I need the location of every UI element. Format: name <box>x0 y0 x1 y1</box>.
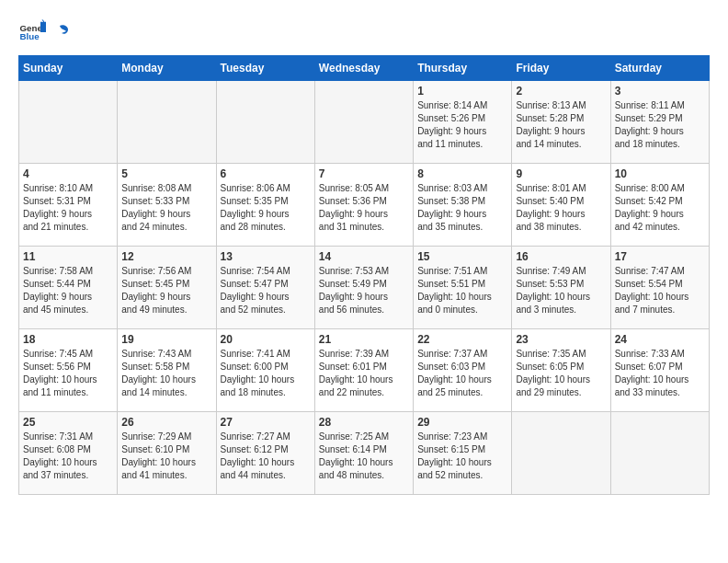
calendar-cell: 1Sunrise: 8:14 AM Sunset: 5:26 PM Daylig… <box>414 81 512 164</box>
weekday-header: Monday <box>118 56 216 81</box>
calendar-cell: 20Sunrise: 7:41 AM Sunset: 6:00 PM Dayli… <box>216 329 314 412</box>
calendar-cell: 16Sunrise: 7:49 AM Sunset: 5:53 PM Dayli… <box>512 247 610 329</box>
day-number: 13 <box>221 250 311 263</box>
day-number: 2 <box>516 85 606 98</box>
day-number: 21 <box>319 333 409 346</box>
calendar-cell: 28Sunrise: 7:25 AM Sunset: 6:14 PM Dayli… <box>314 412 413 495</box>
weekday-header: Saturday <box>610 56 709 81</box>
day-number: 29 <box>417 416 507 429</box>
calendar-cell: 25Sunrise: 7:31 AM Sunset: 6:08 PM Dayli… <box>19 412 118 495</box>
calendar-cell: 11Sunrise: 7:58 AM Sunset: 5:44 PM Dayli… <box>19 247 118 329</box>
calendar-cell: 15Sunrise: 7:51 AM Sunset: 5:51 PM Dayli… <box>414 247 512 329</box>
calendar-cell: 2Sunrise: 8:13 AM Sunset: 5:28 PM Daylig… <box>512 81 610 164</box>
day-number: 8 <box>417 167 507 180</box>
day-info: Sunrise: 7:29 AM Sunset: 6:10 PM Dayligh… <box>121 431 211 482</box>
day-info: Sunrise: 7:56 AM Sunset: 5:45 PM Dayligh… <box>121 265 211 316</box>
calendar-cell: 6Sunrise: 8:06 AM Sunset: 5:35 PM Daylig… <box>216 164 314 247</box>
day-number: 4 <box>23 167 113 180</box>
day-info: Sunrise: 7:45 AM Sunset: 5:56 PM Dayligh… <box>23 348 113 399</box>
day-number: 23 <box>516 333 606 346</box>
page-header: General Blue <box>18 18 710 46</box>
calendar-week-row: 25Sunrise: 7:31 AM Sunset: 6:08 PM Dayli… <box>19 412 710 495</box>
calendar-cell <box>19 81 118 164</box>
day-info: Sunrise: 8:13 AM Sunset: 5:28 PM Dayligh… <box>516 99 606 151</box>
day-info: Sunrise: 7:54 AM Sunset: 5:47 PM Dayligh… <box>221 265 311 316</box>
day-number: 17 <box>615 250 705 263</box>
day-info: Sunrise: 8:00 AM Sunset: 5:42 PM Dayligh… <box>615 182 705 234</box>
day-number: 16 <box>516 250 606 263</box>
day-info: Sunrise: 7:35 AM Sunset: 6:05 PM Dayligh… <box>516 348 606 399</box>
logo-bird-icon <box>50 22 70 42</box>
day-number: 27 <box>221 416 311 429</box>
calendar-cell: 24Sunrise: 7:33 AM Sunset: 6:07 PM Dayli… <box>610 329 709 412</box>
calendar-cell: 19Sunrise: 7:43 AM Sunset: 5:58 PM Dayli… <box>118 329 216 412</box>
day-number: 24 <box>615 333 705 346</box>
calendar-cell <box>216 81 314 164</box>
day-info: Sunrise: 7:27 AM Sunset: 6:12 PM Dayligh… <box>221 431 311 482</box>
calendar-cell: 26Sunrise: 7:29 AM Sunset: 6:10 PM Dayli… <box>118 412 216 495</box>
calendar-cell: 27Sunrise: 7:27 AM Sunset: 6:12 PM Dayli… <box>216 412 314 495</box>
weekday-header: Thursday <box>414 56 512 81</box>
day-number: 12 <box>121 250 211 263</box>
day-info: Sunrise: 7:37 AM Sunset: 6:03 PM Dayligh… <box>417 348 507 399</box>
calendar-cell <box>118 81 216 164</box>
calendar-cell: 7Sunrise: 8:05 AM Sunset: 5:36 PM Daylig… <box>314 164 413 247</box>
day-number: 6 <box>221 167 311 180</box>
day-number: 10 <box>615 167 705 180</box>
day-info: Sunrise: 8:05 AM Sunset: 5:36 PM Dayligh… <box>319 182 409 234</box>
calendar-week-row: 11Sunrise: 7:58 AM Sunset: 5:44 PM Dayli… <box>19 247 710 329</box>
day-info: Sunrise: 8:11 AM Sunset: 5:29 PM Dayligh… <box>615 99 705 151</box>
calendar-cell: 29Sunrise: 7:23 AM Sunset: 6:15 PM Dayli… <box>414 412 512 495</box>
calendar-cell: 8Sunrise: 8:03 AM Sunset: 5:38 PM Daylig… <box>414 164 512 247</box>
day-number: 11 <box>23 250 113 263</box>
calendar-cell <box>314 81 413 164</box>
calendar-cell: 4Sunrise: 8:10 AM Sunset: 5:31 PM Daylig… <box>19 164 118 247</box>
day-number: 7 <box>319 167 409 180</box>
day-number: 5 <box>121 167 211 180</box>
calendar-cell: 13Sunrise: 7:54 AM Sunset: 5:47 PM Dayli… <box>216 247 314 329</box>
logo-icon: General Blue <box>18 18 46 46</box>
day-info: Sunrise: 7:39 AM Sunset: 6:01 PM Dayligh… <box>319 348 409 399</box>
day-info: Sunrise: 7:33 AM Sunset: 6:07 PM Dayligh… <box>615 348 705 399</box>
calendar-week-row: 18Sunrise: 7:45 AM Sunset: 5:56 PM Dayli… <box>19 329 710 412</box>
day-number: 1 <box>417 85 507 98</box>
calendar-cell: 5Sunrise: 8:08 AM Sunset: 5:33 PM Daylig… <box>118 164 216 247</box>
day-info: Sunrise: 7:25 AM Sunset: 6:14 PM Dayligh… <box>319 431 409 482</box>
day-info: Sunrise: 7:31 AM Sunset: 6:08 PM Dayligh… <box>23 431 113 482</box>
day-number: 18 <box>23 333 113 346</box>
day-number: 20 <box>221 333 311 346</box>
day-number: 19 <box>121 333 211 346</box>
weekday-header: Tuesday <box>216 56 314 81</box>
day-info: Sunrise: 8:06 AM Sunset: 5:35 PM Dayligh… <box>221 182 311 234</box>
day-info: Sunrise: 8:01 AM Sunset: 5:40 PM Dayligh… <box>516 182 606 234</box>
day-number: 15 <box>417 250 507 263</box>
calendar-cell: 3Sunrise: 8:11 AM Sunset: 5:29 PM Daylig… <box>610 81 709 164</box>
header-row: SundayMondayTuesdayWednesdayThursdayFrid… <box>19 56 710 81</box>
calendar-cell: 22Sunrise: 7:37 AM Sunset: 6:03 PM Dayli… <box>414 329 512 412</box>
day-info: Sunrise: 7:43 AM Sunset: 5:58 PM Dayligh… <box>121 348 211 399</box>
weekday-header: Sunday <box>19 56 118 81</box>
day-number: 26 <box>121 416 211 429</box>
calendar-cell: 10Sunrise: 8:00 AM Sunset: 5:42 PM Dayli… <box>610 164 709 247</box>
calendar-cell: 21Sunrise: 7:39 AM Sunset: 6:01 PM Dayli… <box>314 329 413 412</box>
day-number: 3 <box>615 85 705 98</box>
calendar-week-row: 4Sunrise: 8:10 AM Sunset: 5:31 PM Daylig… <box>19 164 710 247</box>
svg-text:Blue: Blue <box>20 31 40 41</box>
day-info: Sunrise: 8:14 AM Sunset: 5:26 PM Dayligh… <box>417 99 507 151</box>
calendar-cell <box>610 412 709 495</box>
day-number: 22 <box>417 333 507 346</box>
weekday-header: Wednesday <box>314 56 413 81</box>
day-info: Sunrise: 8:10 AM Sunset: 5:31 PM Dayligh… <box>23 182 113 234</box>
day-info: Sunrise: 7:23 AM Sunset: 6:15 PM Dayligh… <box>417 431 507 482</box>
logo: General Blue <box>18 18 70 46</box>
calendar-cell <box>512 412 610 495</box>
day-info: Sunrise: 7:58 AM Sunset: 5:44 PM Dayligh… <box>23 265 113 316</box>
calendar-table: SundayMondayTuesdayWednesdayThursdayFrid… <box>18 55 710 495</box>
day-info: Sunrise: 7:47 AM Sunset: 5:54 PM Dayligh… <box>615 265 705 316</box>
day-info: Sunrise: 7:41 AM Sunset: 6:00 PM Dayligh… <box>221 348 311 399</box>
day-number: 9 <box>516 167 606 180</box>
day-info: Sunrise: 7:49 AM Sunset: 5:53 PM Dayligh… <box>516 265 606 316</box>
day-info: Sunrise: 7:53 AM Sunset: 5:49 PM Dayligh… <box>319 265 409 316</box>
day-number: 14 <box>319 250 409 263</box>
day-number: 28 <box>319 416 409 429</box>
